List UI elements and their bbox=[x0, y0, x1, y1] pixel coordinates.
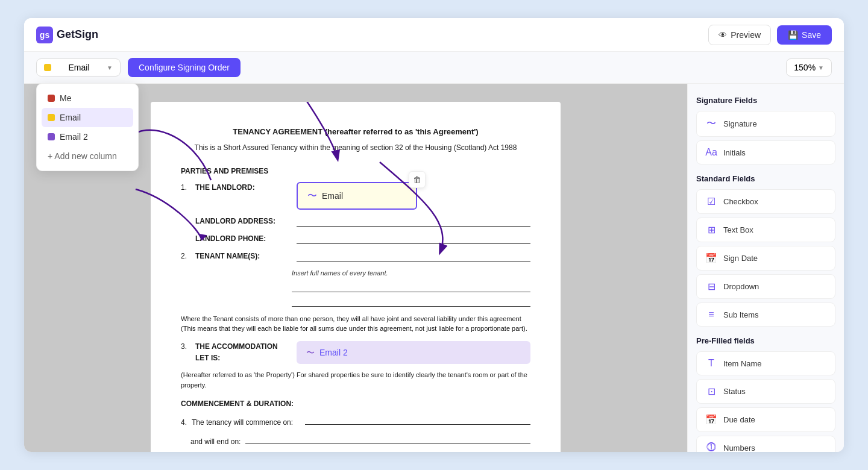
prefilled-fields-title: Pre-Filled fields bbox=[696, 336, 835, 345]
tenant-name-line bbox=[297, 251, 530, 262]
row2-num: 2. bbox=[181, 251, 195, 262]
dropdown-item-email2[interactable]: Email 2 bbox=[42, 127, 133, 146]
sidebar-item-numbers[interactable]: ⓵ Numbers bbox=[696, 436, 835, 452]
numbers-icon: ⓵ bbox=[705, 442, 717, 452]
chevron-down-icon: ▼ bbox=[107, 64, 113, 71]
landlord-address-label: LANDLORD ADDRESS: bbox=[195, 216, 292, 227]
color-dot-email bbox=[48, 114, 55, 121]
landlord-label: THE LANDLORD: bbox=[195, 182, 292, 193]
sidebar-item-checkbox[interactable]: ☑ Checkbox bbox=[696, 189, 835, 214]
landlord-address-row: LANDLORD ADDRESS: bbox=[181, 216, 530, 227]
standard-fields-section: Standard Fields ☑ Checkbox ⊞ Text Box 📅 … bbox=[696, 174, 835, 327]
section2-title: COMMENCEMENT & DURATION: bbox=[181, 398, 530, 410]
configure-signing-button[interactable]: Configure Signing Order bbox=[128, 58, 241, 77]
add-column-label: + Add new column bbox=[48, 151, 117, 161]
email2-field-label: Email 2 bbox=[319, 346, 348, 359]
sidebar-item-textbox[interactable]: ⊞ Text Box bbox=[696, 218, 835, 242]
toolbar: Email ▼ Configure Signing Order 150% ▼ M… bbox=[24, 52, 844, 84]
email-sig-icon: 〜 bbox=[307, 188, 317, 204]
numbers-label: Numbers bbox=[723, 443, 755, 453]
save-button[interactable]: 💾 Save bbox=[777, 25, 832, 45]
column-selector-label: Email bbox=[69, 63, 90, 72]
sidebar-item-subitems[interactable]: ≡ Sub Items bbox=[696, 302, 835, 327]
app-container: gs GetSign 👁 Preview 💾 Save Email ▼ Conf… bbox=[24, 18, 844, 452]
end-row: and will end on: bbox=[181, 433, 530, 448]
color-dot-email2 bbox=[48, 133, 55, 140]
row1-num: 1. bbox=[181, 182, 195, 193]
doc-title: TENANCY AGREEMENT (hereafter referred to… bbox=[181, 126, 530, 139]
checkbox-label: Checkbox bbox=[723, 197, 758, 206]
commencement-text: The tenancy will commence on: bbox=[192, 417, 300, 428]
sidebar-item-signdate[interactable]: 📅 Sign Date bbox=[696, 246, 835, 271]
prefilled-fields-section: Pre-Filled fields T Item Name ⊡ Status 📅… bbox=[696, 336, 835, 452]
document-page: TENANCY AGREEMENT (hereafter referred to… bbox=[151, 102, 561, 452]
column-dropdown-menu: Me Email Email 2 + Add new column bbox=[36, 83, 139, 171]
accommodation-row: 3. THE ACCOMMODATIONLET IS: 〜 Email 2 bbox=[181, 341, 530, 364]
dropdown-item-me[interactable]: Me bbox=[42, 89, 133, 108]
signdate-label: Sign Date bbox=[723, 254, 758, 263]
sidebar-item-dropdown[interactable]: ⊟ Dropdown bbox=[696, 274, 835, 299]
phone-line bbox=[297, 233, 530, 244]
textbox-label: Text Box bbox=[723, 225, 753, 234]
tenant-italic: Insert full names of every tenant. bbox=[292, 268, 530, 279]
sidebar-item-initials[interactable]: Aa Initials bbox=[696, 140, 835, 164]
sidebar-item-status[interactable]: ⊡ Status bbox=[696, 379, 835, 404]
commencement-row: 4. The tenancy will commence on: bbox=[181, 414, 530, 428]
add-new-column-button[interactable]: + Add new column bbox=[42, 146, 133, 166]
signature-icon: 〜 bbox=[705, 118, 717, 130]
para2: (Hereafter referred to as 'the Property'… bbox=[181, 370, 530, 390]
color-dot-me bbox=[48, 95, 55, 102]
sidebar-item-duedate[interactable]: 📅 Due date bbox=[696, 407, 835, 432]
column-selector[interactable]: Email ▼ bbox=[36, 58, 121, 77]
preview-button[interactable]: 👁 Preview bbox=[708, 25, 771, 45]
zoom-selector[interactable]: 150% ▼ bbox=[786, 58, 832, 77]
duedate-label: Due date bbox=[723, 415, 755, 424]
preview-icon: 👁 bbox=[719, 30, 727, 40]
logo: gs GetSign bbox=[36, 27, 98, 43]
accommodation-label: THE ACCOMMODATIONLET IS: bbox=[195, 341, 292, 364]
tenant-name-row: 2. TENANT NAME(S): bbox=[181, 251, 530, 262]
email-field-label: Email bbox=[322, 189, 343, 202]
dropdown-item-email-label: Email bbox=[60, 113, 81, 122]
logo-text: GetSign bbox=[57, 28, 98, 41]
duedate-icon: 📅 bbox=[705, 414, 717, 425]
top-bar: gs GetSign 👁 Preview 💾 Save bbox=[24, 18, 844, 52]
top-bar-actions: 👁 Preview 💾 Save bbox=[708, 25, 832, 45]
email-field[interactable]: 〜 Email bbox=[297, 182, 417, 210]
extra-line2 bbox=[292, 296, 530, 307]
chevron-down-icon-zoom: ▼ bbox=[818, 64, 824, 71]
row3-num: 3. bbox=[181, 341, 195, 352]
status-label: Status bbox=[723, 387, 746, 396]
signdate-icon: 📅 bbox=[705, 252, 717, 264]
itemname-label: Item Name bbox=[723, 359, 762, 368]
section1-title: PARTIES AND PREMISES bbox=[181, 166, 530, 177]
zoom-value: 150% bbox=[794, 63, 816, 72]
sidebar-item-signature[interactable]: 〜 Signature bbox=[696, 111, 835, 137]
dropdown-item-email[interactable]: Email bbox=[42, 108, 133, 127]
subitems-label: Sub Items bbox=[723, 310, 759, 319]
column-color-dot bbox=[44, 64, 51, 71]
textbox-icon: ⊞ bbox=[705, 224, 717, 236]
landlord-phone-row: LANDLORD PHONE: bbox=[181, 233, 530, 245]
standard-fields-title: Standard Fields bbox=[696, 174, 835, 183]
save-icon: 💾 bbox=[788, 30, 798, 40]
dropdown-label: Dropdown bbox=[723, 282, 759, 291]
end-text: and will end on: bbox=[190, 436, 241, 448]
initials-icon: Aa bbox=[705, 147, 717, 158]
sidebar-item-itemname[interactable]: T Item Name bbox=[696, 351, 835, 375]
right-sidebar: Signature Fields 〜 Signature Aa Initials… bbox=[687, 84, 844, 452]
doc-subtitle: This is a Short Assured Tenancy within t… bbox=[181, 142, 530, 154]
email-field-wrapper: 〜 Email 🗑 bbox=[297, 182, 417, 210]
landlord-row: 1. THE LANDLORD: 〜 Email 🗑 bbox=[181, 182, 530, 210]
email2-field[interactable]: 〜 Email 2 bbox=[297, 341, 530, 364]
signature-label: Signature bbox=[723, 119, 757, 128]
status-icon: ⊡ bbox=[705, 386, 717, 397]
delete-field-button[interactable]: 🗑 bbox=[409, 171, 426, 188]
dropdown-icon: ⊟ bbox=[705, 281, 717, 292]
main-content: TENANCY AGREEMENT (hereafter referred to… bbox=[24, 84, 844, 452]
email2-sig-icon: 〜 bbox=[306, 346, 315, 359]
landlord-phone-label: LANDLORD PHONE: bbox=[195, 233, 292, 245]
para1: Where the Tenant consists of more than o… bbox=[181, 314, 530, 334]
tenant-name-label: TENANT NAME(S): bbox=[195, 251, 292, 262]
end-line bbox=[245, 433, 530, 444]
